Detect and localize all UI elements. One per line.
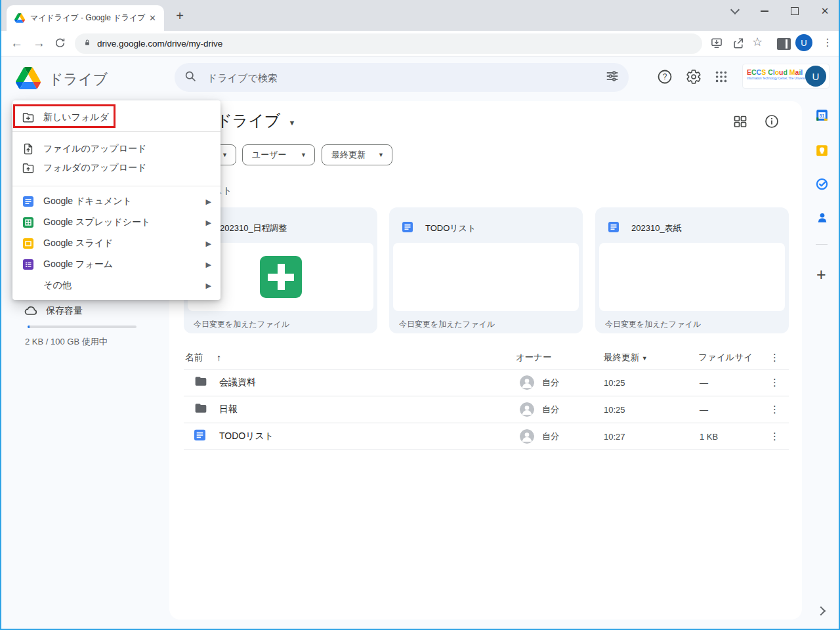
title-caret-icon: ▼ [288,119,295,127]
menu-item-google-docs[interactable]: Google ドキュメント ▶ [12,191,220,212]
folder-icon [194,402,207,417]
column-owner[interactable]: オーナー [516,352,552,364]
new-tab-button[interactable]: + [172,8,188,24]
file-size: — [700,377,708,387]
share-icon[interactable] [732,37,745,52]
row-options-icon[interactable]: ⋮ [770,404,780,415]
file-row[interactable]: TODOリスト 自分 10:27 1 KB ⋮ [184,423,789,450]
filter-chip-people[interactable]: ユーザー▼ [242,144,315,165]
suggestion-card[interactable]: TODOリスト 今日変更を加えたファイル [389,207,583,333]
card-title: 202310_表紙 [631,222,682,234]
file-row[interactable]: 会議資料 自分 10:25 — ⋮ [184,369,789,396]
file-owner: 自分 [542,430,559,442]
file-size: — [700,404,708,414]
menu-item-google-slides[interactable]: Google スライド ▶ [12,233,220,254]
menu-item-google-forms[interactable]: Google フォーム ▶ [12,254,220,275]
card-footer: 今日変更を加えたファイル [194,319,289,330]
sort-ascending-icon[interactable]: ↑ [217,352,221,363]
sheets-logo-large [260,256,302,298]
column-modified[interactable]: 最終更新 ▼ [604,352,648,364]
search-icon[interactable] [184,70,197,85]
drive-app-name: ドライブ [49,70,108,89]
browser-menu-icon[interactable]: ⋮ [822,36,833,49]
column-options-icon[interactable]: ⋮ [770,352,780,364]
docs-icon [194,429,205,443]
browser-avatar[interactable]: U [795,34,812,51]
keep-icon[interactable] [815,144,829,160]
docs-icon [608,222,619,235]
docs-icon [21,194,35,209]
url-bar[interactable]: drive.google.com/drive/my-drive [75,33,702,54]
forward-icon[interactable]: → [33,37,45,49]
file-name: 会議資料 [219,377,256,388]
info-icon[interactable] [764,114,780,132]
row-options-icon[interactable]: ⋮ [770,430,780,442]
submenu-arrow-icon: ▶ [206,282,211,290]
bookmark-star-icon[interactable]: ☆ [752,36,763,48]
maximize-button[interactable] [785,3,805,20]
tab-strip: マイドライブ - Google ドライブ ✕ + ✕ [0,0,840,31]
chevron-down-icon: ▼ [301,152,306,158]
submenu-arrow-icon: ▶ [206,261,211,269]
row-options-icon[interactable]: ⋮ [770,377,780,388]
file-owner: 自分 [542,404,559,415]
reload-icon[interactable] [54,37,66,52]
suggestion-card[interactable]: 202310_表紙 今日変更を加えたファイル [595,207,789,333]
column-size[interactable]: ファイルサイ [698,352,753,364]
submenu-arrow-icon: ▶ [206,219,211,227]
file-name: 日報 [219,404,238,415]
minimize-button[interactable] [755,3,774,20]
new-folder-icon [21,110,35,125]
drive-avatar[interactable]: U [805,66,826,87]
drive-search-bar[interactable] [175,63,629,92]
chevron-right-icon[interactable] [816,606,826,616]
menu-divider [12,186,220,186]
menu-item-new-folder[interactable]: 新しいフォルダ [12,106,220,129]
sort-descending-icon: ▼ [642,355,648,362]
card-preview [393,243,579,311]
settings-gear-icon[interactable] [686,69,702,85]
card-preview [599,243,785,311]
tab-close-icon[interactable]: ✕ [146,12,159,24]
empty-icon-slot [21,278,35,293]
file-row[interactable]: 日報 自分 10:25 — ⋮ [184,396,789,423]
storage-progress-bar [28,326,136,328]
storage-label[interactable]: 保存容量 [46,305,83,317]
card-title: 202310_日程調整 [220,222,287,234]
grid-view-toggle-icon[interactable] [732,114,748,132]
file-size: 1 KB [700,431,718,441]
tasks-icon[interactable] [815,177,829,194]
back-icon[interactable]: ← [10,37,23,49]
install-icon[interactable] [710,37,723,52]
drive-logo-icon[interactable] [16,67,41,92]
tab-search-icon[interactable] [725,3,745,20]
menu-item-google-sheets[interactable]: Google スプレッドシート ▶ [12,212,220,233]
contacts-icon[interactable] [816,211,829,227]
folder-icon [194,375,207,390]
search-options-icon[interactable] [605,69,620,86]
menu-item-file-upload[interactable]: ファイルのアップロード [12,138,220,159]
file-modified: 10:25 [604,404,625,414]
side-panel-icon[interactable] [777,38,791,50]
browser-tab[interactable]: マイドライブ - Google ドライブ ✕ [7,5,164,31]
search-input[interactable] [206,72,605,84]
add-side-app-icon[interactable]: + [816,265,826,284]
folder-upload-icon [21,161,35,175]
help-icon[interactable]: ? [657,69,673,85]
menu-item-folder-upload[interactable]: フォルダのアップロード [12,158,220,178]
file-owner: 自分 [542,377,559,388]
svg-text:?: ? [663,72,667,81]
filter-chip-modified[interactable]: 最終更新▼ [322,144,392,165]
chevron-down-icon: ▼ [222,152,228,158]
menu-item-more[interactable]: その他 ▶ [12,275,220,296]
window-close-button[interactable]: ✕ [815,3,835,20]
browser-toolbar: ← → drive.google.com/drive/my-drive ☆ U … [0,31,840,56]
forms-icon [21,257,35,272]
owner-avatar-icon [520,402,534,417]
eccs-account-badge[interactable]: ECCS Cloud Mail Information Technology C… [742,64,830,89]
card-title: TODOリスト [425,222,476,234]
apps-grid-icon[interactable] [714,70,730,85]
calendar-icon[interactable]: 31 [815,108,829,125]
column-name[interactable]: 名前 [185,352,203,364]
window-border-left [0,0,1,630]
